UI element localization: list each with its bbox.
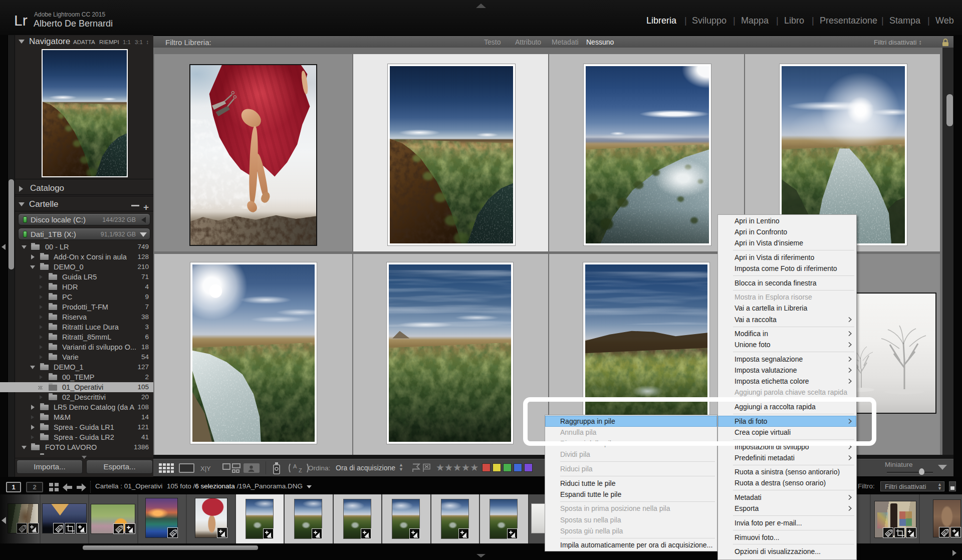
svg-text:Z: Z <box>299 467 302 473</box>
svg-text:A: A <box>293 463 297 469</box>
